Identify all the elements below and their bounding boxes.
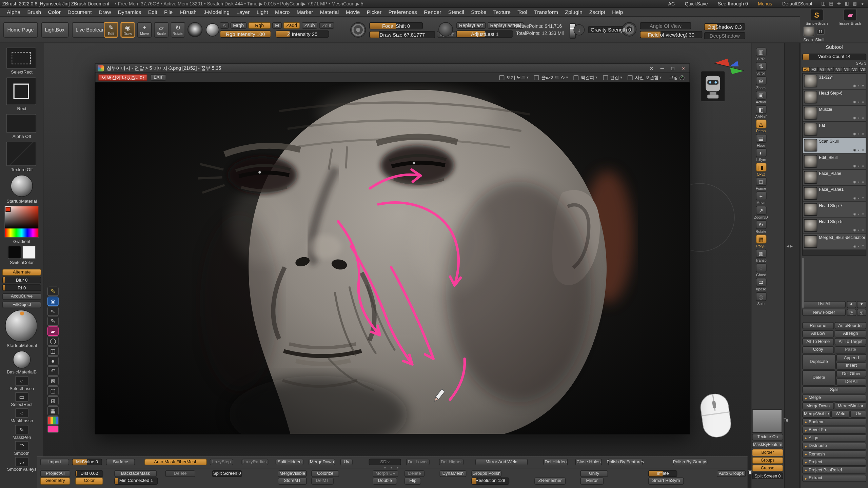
move-up-button[interactable]: ▲ (847, 301, 856, 308)
tray-button[interactable]: Geometry (40, 477, 70, 484)
split-screen-slider[interactable]: Split Screen 0 (752, 472, 783, 479)
shelf-button[interactable]: ▩ PolyF (753, 235, 769, 248)
main-color-swatch[interactable] (8, 246, 21, 259)
subtool-header[interactable]: Subtool (802, 44, 866, 50)
Merged_Skull-decimation2_5[interactable]: Merged_Skull-decimation2_5 ◉ ◐ ≡ (803, 234, 866, 250)
tray-button[interactable]: Del Lower (406, 459, 430, 465)
menu-item[interactable]: Picker (363, 9, 385, 15)
tray-button[interactable]: MergeDown (309, 459, 335, 465)
Muscle[interactable]: Muscle ◉ ◐ ≡ (803, 105, 866, 121)
z-intensity-slider[interactable]: Z Intensity 25 (276, 30, 329, 38)
visibility-icon[interactable]: ◉ (47, 297, 59, 306)
insert-button[interactable]: Insert (836, 362, 866, 369)
menu-item[interactable]: Edit (145, 9, 161, 15)
fill-object-button[interactable]: FillObject (2, 302, 41, 308)
all-high-button[interactable]: All High (835, 330, 866, 337)
gravity-strength-slider[interactable]: Gravity Strength 0 (588, 26, 634, 33)
Face_Plane[interactable]: Face_Plane ◉ ◐ ≡ (803, 169, 866, 185)
subtool-thumbnail[interactable] (804, 219, 817, 232)
pin-toggle[interactable]: 고정 ✓ (667, 75, 687, 81)
minimize-button[interactable]: ─ (658, 65, 666, 72)
spx-readout[interactable]: SPx 3 (856, 61, 866, 65)
tray-button[interactable]: Double (373, 477, 397, 484)
menu-item[interactable]: File (161, 9, 176, 15)
viewer-menu[interactable]: 슬라이드 쇼 ▾ (532, 75, 570, 81)
basic-material-sphere[interactable] (13, 351, 31, 368)
menu-item[interactable]: Light (253, 9, 271, 15)
tray-button[interactable]: Unify (580, 470, 608, 477)
variant-tab[interactable]: V4 (827, 67, 834, 72)
rgb-button[interactable]: Rgb (248, 22, 271, 29)
alpha-thumbnail[interactable] (6, 114, 36, 133)
tray-button[interactable]: ProjectAll (40, 470, 70, 477)
variant-tab[interactable]: V2 (810, 67, 818, 72)
texture-on-toggle[interactable]: Texture On (752, 434, 783, 441)
variant-tab[interactable]: V3 (818, 67, 826, 72)
menu-item[interactable]: Document (64, 9, 95, 15)
shelf-button[interactable]: □ Frame (753, 177, 769, 190)
shelf-button[interactable]: △ Persp (753, 120, 769, 133)
shelf-button[interactable]: ◧ AAHalf (753, 105, 769, 118)
menu-item[interactable]: Marker (293, 9, 317, 15)
transform-mode-button[interactable]: ◉ Draw (120, 22, 135, 38)
project-section[interactable]: Project (802, 459, 866, 466)
shelf-button[interactable]: ▤ Floor (753, 134, 769, 147)
shelf-button[interactable]: ⇅ Scroll (753, 62, 769, 75)
menu-item[interactable]: Material (317, 9, 342, 15)
delete-button[interactable]: Delete (802, 370, 835, 385)
replay-last-button[interactable]: ReplayLast (456, 22, 486, 29)
menus-toggle[interactable]: Menus (756, 1, 774, 6)
see-through-slider[interactable]: See-through 0 (716, 1, 750, 6)
menu-item[interactable]: Brush (24, 9, 44, 15)
quick-brush[interactable]: ◌ SelectLasso (0, 376, 43, 391)
tray-button[interactable]: BackfaceMask (114, 470, 157, 477)
shelf-button[interactable]: ◐ L.Sym (753, 148, 769, 162)
subtool-thumbnail[interactable] (804, 171, 817, 184)
tray-button[interactable]: Delete (165, 470, 195, 477)
transform-mode-button[interactable]: ✎ Edit (104, 22, 118, 38)
autoreorder-button[interactable]: AutoReorder (835, 322, 866, 329)
rf-slider[interactable]: Rf 0 (2, 284, 41, 291)
menu-item[interactable]: Transform (531, 9, 561, 15)
Face_Plane1[interactable]: Face_Plane1 ◉ ◐ ≡ (803, 186, 866, 202)
ac-indicator[interactable]: AC (666, 1, 677, 6)
subtool-thumbnail[interactable] (804, 75, 817, 87)
cursor-icon[interactable]: ↖ (47, 307, 59, 316)
focal-shift-slider[interactable]: Focal Shift 0 (369, 22, 423, 29)
boolean-section[interactable]: Boolean (802, 418, 866, 425)
menu-item[interactable]: Render (420, 9, 445, 15)
rgb-intensity-slider[interactable]: Rgb Intensity 100 (220, 30, 271, 38)
folder-alt-icon[interactable]: ◱ (857, 309, 866, 316)
merge-section[interactable]: Merge (802, 394, 866, 401)
tray-button[interactable]: Resolution 128 (471, 477, 509, 484)
pin-window-button[interactable]: ⊗ (648, 65, 655, 72)
subtool-row-icons[interactable]: ◉ ◐ ≡ (819, 132, 865, 136)
shelf-button[interactable]: ◎ Solo (753, 292, 769, 305)
startup-material-sphere[interactable] (5, 310, 37, 342)
dot-icon[interactable]: ● (47, 356, 59, 366)
viewer-menu[interactable]: 편집 ▾ (601, 75, 624, 81)
crease-button[interactable]: Crease (752, 465, 783, 471)
project-basrelief-section[interactable]: Project BasRelief (802, 466, 866, 473)
Head Step-6[interactable]: Head Step-6 ◉ ◐ ≡ (803, 89, 866, 105)
menu-item[interactable]: Draw (95, 9, 115, 15)
ink-color-swatch[interactable] (47, 426, 59, 433)
image-icon[interactable]: ▦ (47, 406, 59, 415)
menu-item[interactable]: Help (609, 9, 627, 15)
mergevisible-button[interactable]: MergeVisible (802, 410, 831, 418)
angle-of-view-slider[interactable]: Angle Of View (640, 22, 691, 29)
paste-button[interactable]: Paste (835, 346, 866, 353)
move-down-button[interactable]: ▼ (857, 301, 866, 308)
tray-button[interactable]: MidValue 0 (72, 459, 102, 465)
subtool-thumbnail[interactable] (804, 123, 817, 136)
menu-item[interactable]: Macro (272, 9, 293, 15)
texture-preview[interactable]: Te (752, 409, 782, 433)
viewer-menu[interactable]: 사진 보관함 ▾ (626, 75, 663, 81)
Scan Skull[interactable]: Scan Skull ◉ ◐ ≡ (803, 138, 866, 154)
tray-button[interactable]: Min Connected 1 (114, 477, 158, 484)
del-other-button[interactable]: Del Other (836, 370, 866, 377)
tray-button[interactable]: ZRemesher (534, 477, 566, 484)
menu-item[interactable]: J-Modeling (200, 9, 233, 15)
Head Step-7[interactable]: Head Step-7 ◉ ◐ ≡ (803, 202, 866, 218)
alternate-button[interactable]: Alternate (2, 269, 41, 276)
